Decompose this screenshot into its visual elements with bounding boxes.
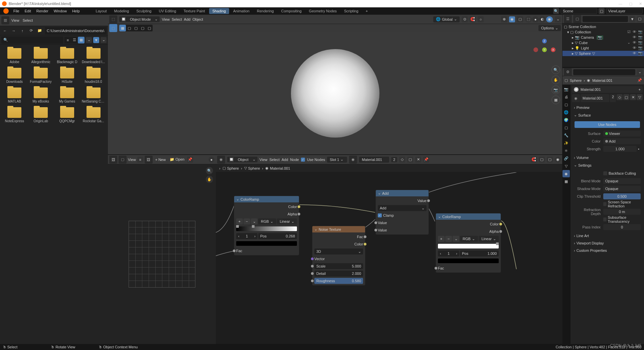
folder-item[interactable]: NetSarang Co...	[80, 88, 107, 103]
pass-input[interactable]: 0	[603, 224, 641, 230]
selbox-icon[interactable]: ▦	[119, 25, 126, 31]
stop-pos[interactable]: Pos0.268	[258, 233, 297, 239]
del-stop-button[interactable]: −	[244, 218, 250, 224]
folder-item[interactable]: Downloaded I...	[80, 48, 107, 64]
unlink-icon[interactable]: ✕	[415, 157, 421, 163]
tab-object[interactable]: ▢	[562, 124, 570, 131]
panel-viewport-display[interactable]: › Viewport Display	[572, 240, 643, 246]
panel-settings[interactable]: ⌄ Settings	[572, 162, 643, 169]
pin-icon[interactable]: 📌	[187, 157, 193, 163]
bc-object[interactable]: ▢Sphere	[222, 166, 239, 170]
operation-dropdown[interactable]: Add⌄	[378, 205, 427, 211]
node-title[interactable]: ⌄ Add	[376, 190, 429, 196]
folder-item[interactable]: Allegorithmic	[28, 48, 54, 64]
pan-icon[interactable]: ✋	[551, 75, 560, 84]
menu-render[interactable]: Render	[34, 8, 51, 14]
refr-input[interactable]: 0 m	[603, 209, 641, 215]
selint-icon[interactable]: ▢	[146, 25, 153, 31]
interp-dropdown[interactable]: Linear ⌄	[479, 236, 499, 242]
axis-z[interactable]: Z	[542, 39, 547, 43]
search-input[interactable]: 🔍	[1, 36, 63, 44]
persp-icon[interactable]: ▦	[551, 96, 560, 104]
selsub-icon[interactable]: ▢	[133, 25, 139, 31]
scene-icon[interactable]: 🔍	[553, 8, 559, 14]
filter-icon[interactable]: ▼	[629, 16, 635, 22]
overlay-toggle-icon[interactable]: ◉	[509, 16, 515, 22]
editor-type-icon[interactable]: ◉	[217, 156, 225, 164]
props-search[interactable]	[573, 69, 635, 75]
menu-edit[interactable]: Edit	[22, 8, 34, 14]
vp-select[interactable]: Select	[172, 17, 182, 21]
tab-scripting[interactable]: Scripting	[341, 8, 362, 14]
panel-surface[interactable]: ⌄ Surface	[572, 112, 643, 119]
scale-input[interactable]: Scale5.000	[314, 263, 363, 269]
outliner-search[interactable]	[583, 16, 628, 22]
close-icon[interactable]: ✕	[639, 2, 642, 6]
menu-icon[interactable]: ⌄	[453, 236, 459, 242]
shading-options-icon[interactable]: ⌄	[555, 16, 561, 22]
img-view[interactable]: View	[128, 158, 136, 162]
tree-collection[interactable]: ▾ ▢ Collection☑👁📷	[562, 29, 644, 35]
proportional-icon[interactable]: ○	[478, 16, 484, 22]
folder-item[interactable]: QQPCMgr	[54, 107, 80, 123]
color-swatch[interactable]	[438, 258, 499, 263]
matbrowse-icon[interactable]: ◉	[572, 94, 580, 102]
gradient-bar[interactable]	[438, 244, 499, 248]
imgdata-icon[interactable]: 🖼	[145, 156, 153, 164]
unlink-icon[interactable]: ✕	[630, 94, 636, 100]
pan-icon[interactable]: ✋	[206, 176, 213, 183]
folder-item[interactable]: My Games	[54, 88, 80, 103]
shadowmode-dropdown[interactable]: Opaque	[603, 186, 641, 192]
add-stop-button[interactable]: +	[236, 218, 243, 224]
color-swatch[interactable]	[236, 241, 297, 246]
menu-window[interactable]: Window	[51, 8, 69, 14]
node-colorramp2[interactable]: ⌄ ColorRamp Color Alpha + − ⌄ RGB ⌄ Line…	[436, 213, 501, 273]
nav-up-icon[interactable]: ↑	[19, 27, 26, 34]
tab-modifier[interactable]: 🔧	[562, 132, 570, 139]
bc-material[interactable]: ◉Material.001	[265, 166, 290, 170]
tree-light[interactable]: ▸ 💡 Light👁📷	[562, 45, 644, 51]
orientation-dropdown[interactable]: 🌐 Global ⌄	[433, 16, 460, 22]
folder-item[interactable]: OriginLab	[28, 107, 54, 123]
node-colorramp1[interactable]: ⌄ ColorRamp Color Alpha + − ⌄ RGB ⌄ Line…	[234, 196, 299, 255]
panel-preview[interactable]: › Preview	[572, 104, 643, 111]
vp-add[interactable]: Add	[184, 17, 191, 21]
scene-dropdown[interactable]: Scene	[560, 8, 597, 14]
node-title[interactable]: ⌄ ColorRamp	[436, 213, 501, 220]
tab-scene[interactable]: 🌐	[562, 109, 570, 116]
filter-icon[interactable]: ▼	[93, 37, 99, 43]
panel-custom-props[interactable]: › Custom Properties	[572, 247, 643, 254]
tab-uv[interactable]: UV Editing	[155, 8, 179, 14]
tree-cube[interactable]: ▸ ▽ Cube⌄👁📷	[562, 40, 644, 45]
stop-index[interactable]: ‹1›	[438, 250, 459, 256]
tree-scene-collection[interactable]: ▢ Scene Collection	[562, 24, 644, 29]
tab-texture[interactable]: ▦	[562, 178, 570, 185]
tab-sculpting[interactable]: Sculpting	[133, 8, 155, 14]
colormode-dropdown[interactable]: RGB ⌄	[460, 236, 478, 242]
slot-dropdown[interactable]: Slot 1 ⌄	[327, 157, 347, 163]
node-title[interactable]: ⌄ ColorRamp	[234, 196, 299, 202]
material-name[interactable]: Material.001	[581, 94, 609, 102]
panel-volume[interactable]: › Volume	[572, 154, 643, 161]
vp-view[interactable]: View	[162, 17, 170, 21]
tab-shading[interactable]: Shading	[209, 8, 229, 14]
thumb-icon[interactable]: ▦	[78, 37, 85, 43]
ssr-checkbox[interactable]	[603, 202, 607, 206]
menu-icon[interactable]: ⌄	[251, 218, 258, 224]
detail-input[interactable]: Detail2.000	[314, 271, 363, 277]
nav-fwd-icon[interactable]: →	[10, 27, 17, 34]
dim-dropdown[interactable]: 3D⌄	[314, 248, 363, 254]
stop-index[interactable]: ‹1›	[236, 233, 258, 239]
new-button[interactable]: + New	[154, 157, 167, 162]
tab-animation[interactable]: Animation	[230, 8, 253, 14]
editor-type-icon[interactable]: ⚙	[564, 68, 572, 76]
tab-compositing[interactable]: Compositing	[278, 8, 305, 14]
backdrop-icon[interactable]: ▢	[547, 157, 553, 163]
node-title[interactable]: ⌄ Noise Texture	[312, 226, 365, 232]
tree-camera[interactable]: ▸ 📷 Camera 📷👁📷	[562, 35, 644, 40]
editor-type-icon[interactable]: ☰	[564, 15, 572, 23]
filter-settings-icon[interactable]: ⌄	[101, 37, 107, 43]
folder-item[interactable]: My eBooks	[28, 88, 54, 103]
viewlayer-icon[interactable]: ▢	[599, 8, 605, 14]
mat-icon[interactable]: ◉	[349, 156, 357, 164]
